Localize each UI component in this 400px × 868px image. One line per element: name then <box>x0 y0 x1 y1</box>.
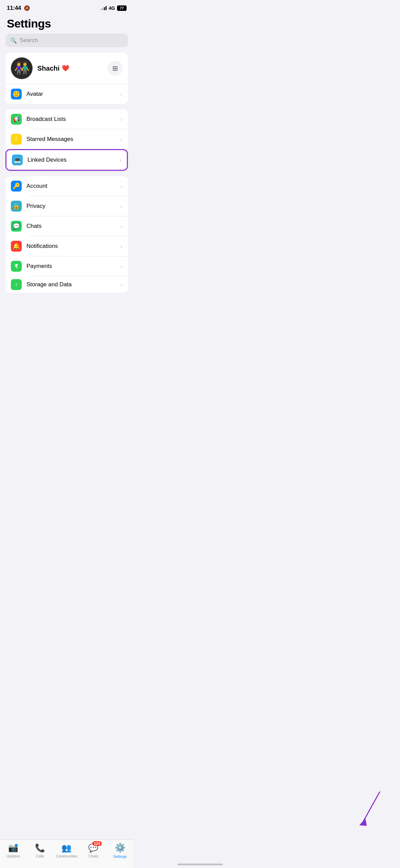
qr-button[interactable]: ⊞ <box>108 61 122 76</box>
notifications-icon: 🔔 <box>11 241 22 252</box>
chevron-icon: › <box>120 263 122 270</box>
menu-row-privacy[interactable]: 🔒 Privacy › <box>5 196 128 216</box>
payments-icon: ₹ <box>11 261 22 272</box>
linked-devices-card[interactable]: 💻 Linked Devices › <box>5 149 128 171</box>
broadcast-label: Broadcast Lists <box>26 116 116 123</box>
chevron-icon: › <box>120 203 122 210</box>
settings-section: 🔑 Account › 🔒 Privacy › 💬 Chats › � <box>5 176 128 293</box>
mute-icon: 🔕 <box>24 5 30 11</box>
chevron-icon: › <box>120 243 122 250</box>
chevron-icon: › <box>120 183 122 190</box>
chevron-icon: › <box>120 136 122 143</box>
menu-row-avatar[interactable]: 🙂 Avatar › <box>5 84 128 104</box>
account-label: Account <box>26 183 116 189</box>
chevron-icon: › <box>120 91 122 98</box>
linked-icon: 💻 <box>12 155 23 165</box>
status-right: 4G 77 <box>100 5 127 11</box>
signal-bar-1 <box>100 9 101 10</box>
avatar <box>11 57 33 79</box>
profile-card[interactable]: Shachi ❤️ ⊞ 🙂 Avatar › <box>5 53 128 104</box>
menu-row-broadcast[interactable]: 📢 Broadcast Lists › <box>5 109 128 129</box>
battery-icon: 77 <box>117 5 127 11</box>
network-type: 4G <box>109 5 115 11</box>
avatar-label: Avatar <box>26 91 116 97</box>
payments-label: Payments <box>26 263 116 270</box>
profile-emoji: ❤️ <box>62 65 69 72</box>
account-icon: 🔑 <box>11 181 22 192</box>
linked-devices-highlight: 💻 Linked Devices › <box>5 149 128 171</box>
menu-row-notifications[interactable]: 🔔 Notifications › <box>5 236 128 256</box>
profile-row[interactable]: Shachi ❤️ ⊞ <box>5 53 128 84</box>
chats-icon: 💬 <box>11 221 22 232</box>
status-time: 11:44 <box>7 5 21 12</box>
storage-icon: ↑ <box>11 279 22 290</box>
profile-name-text: Shachi <box>37 65 60 72</box>
signal-bar-4 <box>106 6 107 10</box>
starred-label: Starred Messages <box>26 136 116 143</box>
page-title-section: Settings <box>0 14 133 34</box>
broadcast-icon: 📢 <box>11 114 22 125</box>
signal-bar-2 <box>102 8 103 10</box>
privacy-label: Privacy <box>26 203 116 210</box>
search-icon: 🔍 <box>10 37 17 44</box>
storage-label: Storage and Data <box>26 281 116 288</box>
signal-bars <box>100 6 107 10</box>
linked-label: Linked Devices <box>27 157 115 163</box>
menu-row-chats[interactable]: 💬 Chats › <box>5 216 128 236</box>
search-bar[interactable]: 🔍 Search <box>5 34 128 47</box>
chevron-icon: › <box>120 281 122 288</box>
starred-icon: ⭐ <box>11 134 22 145</box>
search-placeholder: Search <box>20 37 38 44</box>
menu-row-account[interactable]: 🔑 Account › <box>5 176 128 196</box>
signal-bar-3 <box>104 7 105 10</box>
tools-section: 📢 Broadcast Lists › ⭐ Starred Messages › <box>5 109 128 171</box>
avatar-icon: 🙂 <box>11 89 22 100</box>
menu-row-storage[interactable]: ↑ Storage and Data › <box>5 276 128 293</box>
menu-row-starred[interactable]: ⭐ Starred Messages › <box>5 129 128 149</box>
menu-row-payments[interactable]: ₹ Payments › <box>5 256 128 276</box>
status-bar: 11:44 🔕 4G 77 <box>0 0 133 14</box>
chevron-icon: › <box>119 157 121 164</box>
profile-info: Shachi ❤️ <box>37 65 103 72</box>
menu-row-linked[interactable]: 💻 Linked Devices › <box>6 150 127 170</box>
qr-icon: ⊞ <box>112 64 118 72</box>
search-input-wrap[interactable]: 🔍 Search <box>5 34 128 47</box>
page-title: Settings <box>7 17 127 30</box>
privacy-icon: 🔒 <box>11 201 22 212</box>
broadcast-row-wrap: 📢 Broadcast Lists › ⭐ Starred Messages › <box>5 109 128 149</box>
chats-label: Chats <box>26 223 116 230</box>
chevron-icon: › <box>120 116 122 123</box>
chevron-icon: › <box>120 223 122 230</box>
notifications-label: Notifications <box>26 243 116 250</box>
